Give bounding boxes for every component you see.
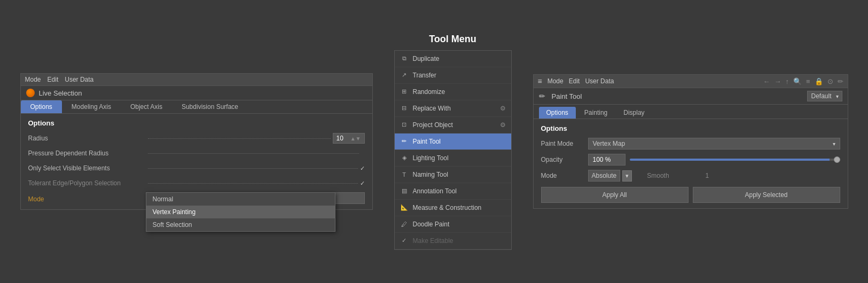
nav-back-icon[interactable]: ←	[763, 77, 770, 85]
default-dropdown-label: Default	[811, 92, 831, 100]
left-menubar: Mode Edit User Data	[21, 74, 372, 86]
tool-project-object-label: Project Object	[413, 121, 453, 129]
nav-target-icon[interactable]: ⊙	[827, 77, 833, 85]
menu-user-data[interactable]: User Data	[65, 76, 93, 83]
dropdown-item-vertex-painting[interactable]: Vertex Painting	[146, 206, 335, 218]
nav-search-icon[interactable]: 🔍	[793, 77, 802, 85]
tool-randomize-label: Randomize	[413, 88, 445, 96]
tool-naming-tool[interactable]: T Naming Tool	[395, 167, 511, 183]
mode-select-wrap: Absolute ▾	[588, 170, 632, 182]
tolerant-row: Tolerant Edge/Polygon Selection ✓	[28, 177, 365, 189]
tool-naming-tool-label: Naming Tool	[413, 171, 448, 178]
tool-project-object[interactable]: ⊡ Project Object ⚙	[395, 117, 511, 133]
opacity-slider-thumb[interactable]	[834, 156, 840, 163]
mode-select[interactable]: Absolute	[588, 170, 621, 182]
mode-container: Mode Normal Normal Vertex Painting Soft …	[28, 192, 365, 204]
tab-right-painting[interactable]: Painting	[577, 107, 615, 119]
tool-make-editable: ✓ Make Editable	[395, 233, 511, 249]
right-tabs-bar: Options Painting Display	[534, 105, 848, 119]
opacity-label: Opacity	[541, 156, 584, 163]
paint-mode-select[interactable]: Vertex Map	[588, 138, 840, 150]
tool-replace-with[interactable]: ⊟ Replace With ⚙	[395, 100, 511, 117]
measure-icon: 📐	[400, 203, 409, 212]
panel-title: Live Selection	[39, 89, 82, 97]
tool-duplicate[interactable]: ⧉ Duplicate	[395, 51, 511, 67]
tool-measure-construction[interactable]: 📐 Measure & Construction	[395, 200, 511, 216]
nav-forward-icon[interactable]: →	[774, 77, 781, 85]
tool-transfer[interactable]: ↗ Transfer	[395, 67, 511, 84]
dropdown-item-normal[interactable]: Normal	[146, 193, 335, 206]
tool-lighting-tool-label: Lighting Tool	[413, 154, 449, 162]
nav-lock-icon[interactable]: 🔒	[815, 77, 823, 85]
tool-paint-tool[interactable]: ✏ Paint Tool	[395, 133, 511, 150]
paint-mode-row: Paint Mode Vertex Map	[541, 138, 840, 150]
tab-options[interactable]: Options	[21, 100, 62, 113]
project-object-icon: ⊡	[400, 121, 409, 129]
right-menu-user-data[interactable]: User Data	[585, 77, 614, 85]
mode-dropdown-btn[interactable]: ▾	[622, 170, 632, 182]
randomize-icon: ⊞	[400, 88, 409, 96]
menu-mode[interactable]: Mode	[25, 76, 41, 83]
tool-doodle-paint-label: Doodle Paint	[413, 221, 450, 228]
dropdown-item-soft-selection[interactable]: Soft Selection	[146, 218, 335, 231]
doodle-paint-icon: 🖊	[400, 220, 409, 229]
right-menubar: ≡ Mode Edit User Data ← → ↑ 🔍 ≡ 🔒 ⊙ ✏	[534, 75, 848, 88]
tool-menu-panel: ⧉ Duplicate ↗ Transfer ⊞ Randomize ⊟ Rep…	[394, 50, 512, 250]
tab-right-display[interactable]: Display	[616, 107, 652, 119]
menu-edit[interactable]: Edit	[48, 76, 59, 83]
nav-edit-icon[interactable]: ✏	[838, 77, 843, 85]
replace-with-gear-icon[interactable]: ⚙	[500, 105, 506, 112]
tab-subdivision-surface[interactable]: Subdivision Surface	[172, 100, 248, 113]
apply-all-button[interactable]: Apply All	[541, 187, 689, 203]
visible-checkbox[interactable]: ✓	[360, 165, 365, 172]
replace-with-icon: ⊟	[400, 104, 409, 113]
tool-lighting-tool[interactable]: ◈ Lighting Tool	[395, 150, 511, 167]
tolerant-checkbox[interactable]: ✓	[360, 180, 365, 187]
project-object-gear-icon[interactable]: ⚙	[500, 121, 506, 129]
nav-filter-icon[interactable]: ≡	[806, 77, 810, 85]
tool-make-editable-label: Make Editable	[413, 237, 453, 245]
annotation-tool-icon: ▤	[400, 187, 409, 195]
paint-mode-value: Vertex Map	[593, 140, 625, 147]
nav-up-icon[interactable]: ↑	[785, 77, 789, 85]
tool-transfer-label: Transfer	[413, 72, 436, 79]
tab-right-options[interactable]: Options	[539, 107, 576, 119]
right-menu-mode[interactable]: Mode	[548, 77, 564, 85]
smooth-value: 1	[706, 172, 709, 179]
mode-label: Mode	[28, 192, 146, 203]
tool-duplicate-label: Duplicate	[413, 55, 440, 62]
opacity-slider[interactable]	[630, 159, 840, 161]
mode-smooth-row: Mode Absolute ▾ Smooth 1	[541, 170, 840, 182]
left-panel: Mode Edit User Data Live Selection Optio…	[20, 73, 373, 210]
tool-annotation-tool[interactable]: ▤ Annotation Tool	[395, 183, 511, 200]
make-editable-icon: ✓	[400, 237, 409, 245]
mode-value: Absolute	[592, 172, 617, 179]
default-dropdown[interactable]: Default ▾	[807, 91, 842, 101]
duplicate-icon: ⧉	[400, 54, 409, 63]
tool-menu-title: Tool Menu	[429, 34, 476, 45]
action-buttons: Apply All Apply Selected	[541, 187, 840, 203]
apply-selected-button[interactable]: Apply Selected	[693, 187, 840, 203]
visible-row: Only Select Visible Elements ✓	[28, 162, 365, 174]
right-panel-title: Paint Tool	[552, 92, 582, 100]
tool-doodle-paint[interactable]: 🖊 Doodle Paint	[395, 216, 511, 233]
tab-object-axis[interactable]: Object Axis	[121, 100, 172, 113]
opacity-value: 100 %	[593, 156, 611, 163]
opacity-input[interactable]: 100 %	[588, 154, 625, 166]
right-title-bar: ✏ Paint Tool Default ▾	[534, 88, 848, 105]
radius-label: Radius	[28, 135, 146, 142]
left-options-section: Options Radius 10 ▲▼ Pressure Dependent …	[21, 114, 372, 209]
lighting-tool-icon: ◈	[400, 154, 409, 162]
default-dropdown-chevron: ▾	[836, 93, 839, 99]
middle-section: Tool Menu ⧉ Duplicate ↗ Transfer ⊞ Rando…	[394, 34, 512, 250]
hamburger-icon[interactable]: ≡	[538, 77, 542, 85]
right-menu-edit[interactable]: Edit	[569, 77, 580, 85]
options-heading: Options	[28, 119, 365, 127]
radius-input[interactable]: 10 ▲▼	[333, 133, 365, 144]
tool-randomize[interactable]: ⊞ Randomize	[395, 84, 511, 100]
tolerant-label: Tolerant Edge/Polygon Selection	[28, 179, 146, 187]
paint-tool-icon: ✏	[400, 137, 409, 146]
tab-modeling-axis[interactable]: Modeling Axis	[62, 100, 121, 113]
tool-replace-with-label: Replace With	[413, 105, 451, 112]
pressure-label: Pressure Dependent Radius	[28, 150, 146, 157]
